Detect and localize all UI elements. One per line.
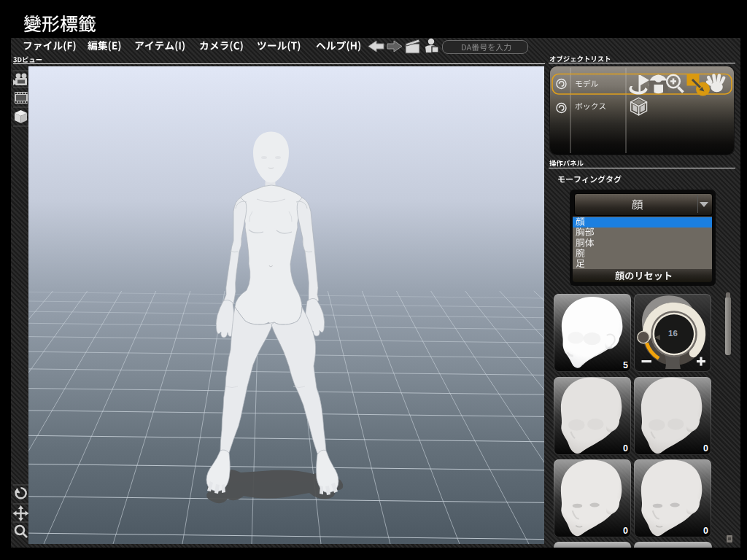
svg-text:16: 16 [668,329,678,338]
